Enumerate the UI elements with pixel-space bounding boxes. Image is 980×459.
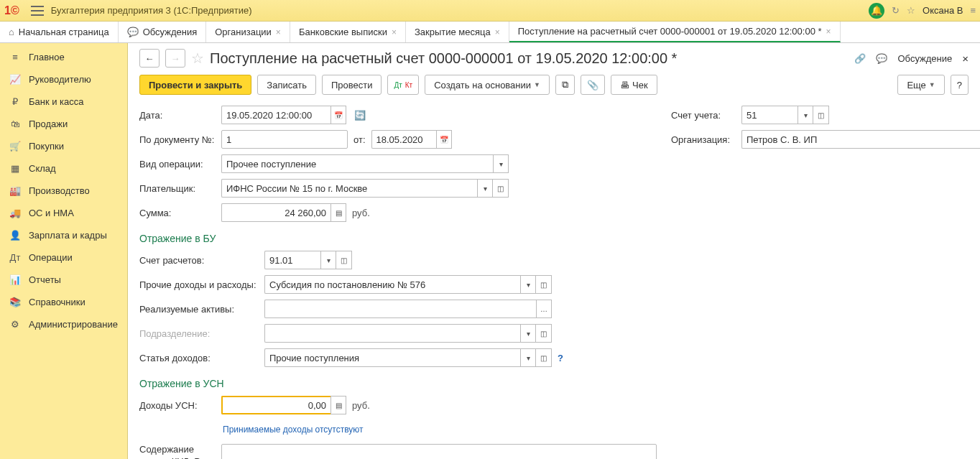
user-name[interactable]: Оксана В xyxy=(923,5,963,16)
calendar-icon[interactable]: 📅 xyxy=(330,106,346,124)
income-article-input[interactable] xyxy=(264,348,520,367)
structure-button[interactable]: ⧉ xyxy=(555,75,575,95)
sidebar-item[interactable]: ≡Главное xyxy=(0,46,127,68)
menu-icon[interactable] xyxy=(31,6,44,16)
close-icon[interactable]: × xyxy=(392,27,397,37)
ellipsis-icon[interactable]: … xyxy=(536,300,552,318)
check-button[interactable]: 🖶Чек xyxy=(611,75,657,95)
open-icon[interactable]: ◫ xyxy=(536,348,552,367)
acct-calc-input[interactable] xyxy=(264,251,320,269)
sidebar-label: Производство xyxy=(29,185,90,196)
chevron-down-icon[interactable]: ▾ xyxy=(520,348,536,367)
tab-bar: ⌂ Начальная страница 💬 Обсуждения Органи… xyxy=(0,22,980,43)
help-button[interactable]: ? xyxy=(951,75,969,95)
assets-input[interactable] xyxy=(264,300,536,318)
create-based-button[interactable]: Создать на основании▼ xyxy=(425,75,550,95)
calculator-icon[interactable]: ▤ xyxy=(330,396,346,414)
sum-label: Сумма: xyxy=(139,208,216,218)
usn-income-input[interactable] xyxy=(221,396,330,414)
post-button[interactable]: Провести xyxy=(322,75,382,95)
discuss-icon[interactable]: 💬 xyxy=(876,53,887,64)
kudir-input[interactable] xyxy=(221,444,657,459)
link-icon[interactable]: 🔗 xyxy=(854,53,866,64)
tab-item[interactable]: Банковские выписки× xyxy=(290,22,406,42)
sidebar-icon: 👤 xyxy=(9,230,22,241)
more-button[interactable]: Еще▼ xyxy=(897,75,944,95)
page-title: Поступление на расчетный счет 0000-00000… xyxy=(210,50,677,67)
usn-hint-link[interactable]: Принимаемые доходы отсутствуют xyxy=(223,425,364,435)
chevron-down-icon[interactable]: ▾ xyxy=(520,324,536,343)
docno-input[interactable] xyxy=(221,130,348,149)
settings-icon[interactable]: ≡ xyxy=(970,5,976,16)
tab-discuss[interactable]: 💬 Обсуждения xyxy=(119,22,207,42)
chevron-down-icon[interactable]: ▾ xyxy=(798,106,813,124)
open-icon[interactable]: ◫ xyxy=(536,275,552,294)
sidebar-item[interactable]: ⚙Администрирование xyxy=(0,313,127,335)
sidebar-label: Операции xyxy=(29,252,73,263)
optype-input[interactable] xyxy=(221,154,493,173)
section-bu: Отражение в БУ xyxy=(139,233,657,244)
sidebar-item[interactable]: 👤Зарплата и кадры xyxy=(0,224,127,246)
close-icon[interactable]: × xyxy=(495,27,500,37)
open-icon[interactable]: ◫ xyxy=(813,106,829,124)
other-income-input[interactable] xyxy=(264,275,520,294)
income-article-label: Статья доходов: xyxy=(139,353,259,363)
tab-item[interactable]: Закрытие месяца× xyxy=(406,22,509,42)
calculator-icon[interactable]: ▤ xyxy=(330,203,346,222)
sidebar-item[interactable]: 🚚ОС и НМА xyxy=(0,202,127,224)
btn-label: Чек xyxy=(632,80,648,91)
open-icon[interactable]: ◫ xyxy=(336,251,352,269)
nav-back-button[interactable]: ← xyxy=(139,49,160,68)
close-icon[interactable]: × xyxy=(826,27,831,37)
tab-active[interactable]: Поступление на расчетный счет 0000-00000… xyxy=(509,22,841,42)
sidebar-item[interactable]: 🛒Покупки xyxy=(0,135,127,157)
optype-label: Вид операции: xyxy=(139,159,216,170)
btn-label: Создать на основании xyxy=(434,80,531,91)
org-input[interactable] xyxy=(741,130,980,149)
attach-button[interactable]: 📎 xyxy=(581,75,605,95)
sidebar-item[interactable]: ₽Банк и касса xyxy=(0,91,127,113)
sidebar-item[interactable]: 🛍Продажи xyxy=(0,113,127,135)
post-close-button[interactable]: Провести и закрыть xyxy=(139,75,251,95)
open-icon[interactable]: ◫ xyxy=(493,179,509,198)
tab-home[interactable]: ⌂ Начальная страница xyxy=(0,22,119,42)
sidebar-item[interactable]: 🏭Производство xyxy=(0,180,127,202)
dtkt-button[interactable]: ДтКт xyxy=(387,75,419,95)
date-input[interactable] xyxy=(221,106,330,124)
refresh-icon[interactable]: 🔄 xyxy=(352,107,368,123)
division-input[interactable] xyxy=(264,324,520,343)
discuss-label[interactable]: Обсуждение xyxy=(897,53,952,64)
star-icon[interactable]: ☆ xyxy=(907,5,915,16)
chevron-down-icon[interactable]: ▾ xyxy=(520,275,536,294)
sidebar-item[interactable]: 📚Справочники xyxy=(0,291,127,313)
chevron-down-icon[interactable]: ▾ xyxy=(320,251,336,269)
acct-calc-label: Счет расчетов: xyxy=(139,255,259,266)
chevron-down-icon[interactable]: ▾ xyxy=(477,179,493,198)
save-button[interactable]: Записать xyxy=(257,75,316,95)
sum-input[interactable] xyxy=(221,203,330,222)
tab-item[interactable]: Организации× xyxy=(206,22,290,42)
sidebar-item[interactable]: 📈Руководителю xyxy=(0,68,127,91)
account-input[interactable] xyxy=(741,106,798,124)
from-label: от: xyxy=(353,134,366,145)
tab-label: Обсуждения xyxy=(143,27,198,37)
sidebar-item[interactable]: 📊Отчеты xyxy=(0,269,127,291)
sidebar-item[interactable]: ДтОперации xyxy=(0,246,127,269)
help-icon[interactable]: ? xyxy=(558,353,563,363)
close-icon[interactable]: × xyxy=(962,52,969,65)
favorite-icon[interactable]: ☆ xyxy=(191,50,204,67)
tab-label: Начальная страница xyxy=(19,27,109,37)
from-date-input[interactable] xyxy=(371,130,436,149)
open-icon[interactable]: ◫ xyxy=(536,324,552,343)
payer-input[interactable] xyxy=(221,179,477,198)
bell-icon[interactable]: 🔔 xyxy=(869,3,884,19)
chevron-down-icon[interactable]: ▾ xyxy=(493,154,509,173)
division-label: Подразделение: xyxy=(139,328,259,339)
calendar-icon[interactable]: 📅 xyxy=(436,130,452,149)
date-label: Дата: xyxy=(139,110,216,121)
close-icon[interactable]: × xyxy=(276,27,281,37)
history-icon[interactable]: ↻ xyxy=(892,5,900,16)
sidebar-icon: 🚚 xyxy=(9,208,22,218)
sidebar-item[interactable]: ▦Склад xyxy=(0,157,127,180)
nav-forward-button[interactable]: → xyxy=(165,49,185,68)
